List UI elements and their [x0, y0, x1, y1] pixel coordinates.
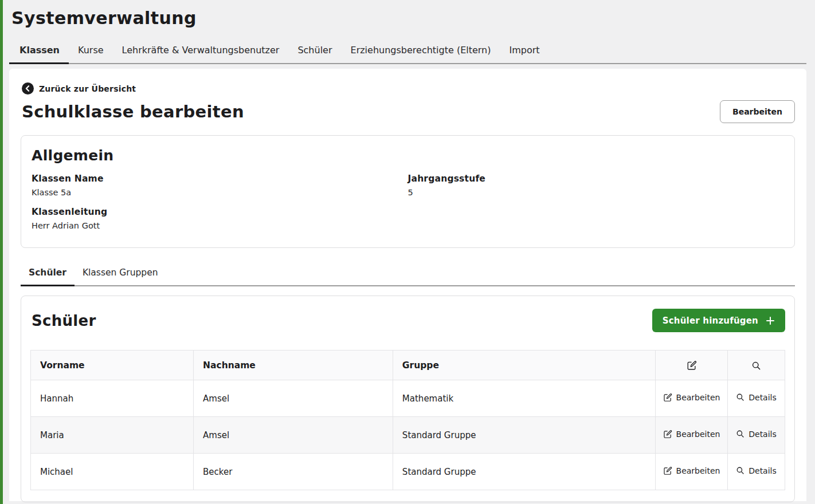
row-edit-label: Bearbeiten [676, 393, 720, 402]
cell-nachname: Amsel [194, 380, 393, 417]
tab-erziehungsberechtigte[interactable]: Erziehungsberechtigte (Eltern) [342, 45, 500, 63]
cell-vorname: Maria [31, 417, 194, 454]
field-jahrgangsstufe-label: Jahrgangsstufe [408, 174, 785, 184]
field-klassen-name-label: Klassen Name [32, 174, 408, 184]
col-header-edit [656, 351, 728, 380]
cell-gruppe: Mathematik [393, 380, 655, 417]
edit-icon [663, 430, 672, 439]
field-klassen-name-value: Klasse 5a [32, 188, 408, 197]
search-icon [736, 466, 745, 475]
cell-gruppe: Standard Gruppe [393, 417, 655, 454]
plus-icon [766, 316, 775, 325]
row-details-button[interactable]: Details [736, 393, 777, 402]
search-icon [736, 393, 745, 401]
row-details-label: Details [749, 393, 777, 402]
main-card: Zurück zur Übersicht Schulklasse bearbei… [9, 69, 806, 501]
add-student-button-label: Schüler hinzufügen [663, 316, 758, 326]
students-panel: Schüler Schüler hinzufügen Vornam [21, 296, 795, 502]
search-icon [751, 361, 761, 371]
back-circle-icon [22, 82, 34, 94]
row-edit-button[interactable]: Bearbeiten [663, 393, 720, 402]
tab-lehrkraefte[interactable]: Lehrkräfte & Verwaltungsbenutzer [113, 45, 289, 63]
page-wrapper: Systemverwaltung Klassen Kurse Lehrkräft… [9, 0, 806, 504]
field-jahrgangsstufe-value: 5 [408, 188, 785, 197]
row-details-button[interactable]: Details [736, 430, 777, 439]
search-icon [736, 430, 745, 438]
row-edit-label: Bearbeiten [676, 430, 720, 439]
page-title: Schulklasse bearbeiten [22, 102, 244, 121]
tab-klassen[interactable]: Klassen [9, 45, 69, 63]
sub-tab-bar: Schüler Klassen Gruppen [21, 267, 795, 286]
edit-icon [687, 360, 697, 371]
students-table: Vorname Nachname Gruppe [30, 350, 785, 490]
row-details-label: Details [749, 430, 777, 439]
tab-schueler[interactable]: Schüler [288, 45, 341, 63]
edit-class-button[interactable]: Bearbeiten [720, 100, 795, 123]
subtab-klassen-gruppen[interactable]: Klassen Gruppen [75, 267, 166, 285]
students-panel-title: Schüler [32, 312, 96, 329]
tab-kurse[interactable]: Kurse [69, 45, 113, 63]
field-klassenleitung-label: Klassenleitung [32, 207, 408, 217]
add-student-button[interactable]: Schüler hinzufügen [652, 309, 785, 332]
table-row: Maria Amsel Standard Gruppe [31, 417, 785, 454]
edit-icon [663, 466, 672, 475]
table-row: Hannah Amsel Mathematik [31, 380, 785, 417]
cell-gruppe: Standard Gruppe [393, 454, 655, 490]
edit-icon [663, 393, 672, 402]
general-panel: Allgemein Klassen Name Klasse 5a Jahrgan… [21, 135, 795, 248]
table-header-row: Vorname Nachname Gruppe [31, 351, 785, 380]
field-klassenleitung: Klassenleitung Herr Adrian Gott [32, 207, 408, 230]
main-tab-bar: Klassen Kurse Lehrkräfte & Verwaltungsbe… [9, 45, 806, 64]
row-details-label: Details [749, 466, 777, 475]
field-jahrgangsstufe: Jahrgangsstufe 5 [408, 174, 785, 197]
back-link-label: Zurück zur Übersicht [39, 84, 136, 93]
cell-nachname: Becker [194, 454, 393, 490]
tab-import[interactable]: Import [500, 45, 548, 63]
cell-vorname: Michael [31, 454, 194, 490]
field-klassenleitung-value: Herr Adrian Gott [32, 221, 408, 230]
row-edit-button[interactable]: Bearbeiten [663, 430, 720, 439]
cell-nachname: Amsel [194, 417, 393, 454]
col-header-gruppe: Gruppe [393, 351, 655, 380]
row-edit-label: Bearbeiten [676, 466, 720, 475]
table-row: Michael Becker Standard Gruppe [31, 454, 785, 490]
general-fields: Klassen Name Klasse 5a Jahrgangsstufe 5 … [32, 164, 784, 230]
page-title-row: Schulklasse bearbeiten Bearbeiten [21, 100, 795, 123]
col-header-nachname: Nachname [194, 351, 393, 380]
general-panel-title: Allgemein [32, 147, 784, 164]
subtab-schueler[interactable]: Schüler [21, 267, 75, 285]
app-title: Systemverwaltung [11, 8, 806, 28]
col-header-vorname: Vorname [31, 351, 194, 380]
field-klassen-name: Klassen Name Klasse 5a [32, 174, 408, 197]
students-header: Schüler Schüler hinzufügen [30, 309, 785, 332]
cell-vorname: Hannah [31, 380, 194, 417]
row-edit-button[interactable]: Bearbeiten [663, 466, 720, 475]
left-accent-bar [0, 0, 3, 504]
col-header-details [728, 351, 785, 380]
row-details-button[interactable]: Details [736, 466, 777, 475]
back-link[interactable]: Zurück zur Übersicht [22, 82, 136, 94]
